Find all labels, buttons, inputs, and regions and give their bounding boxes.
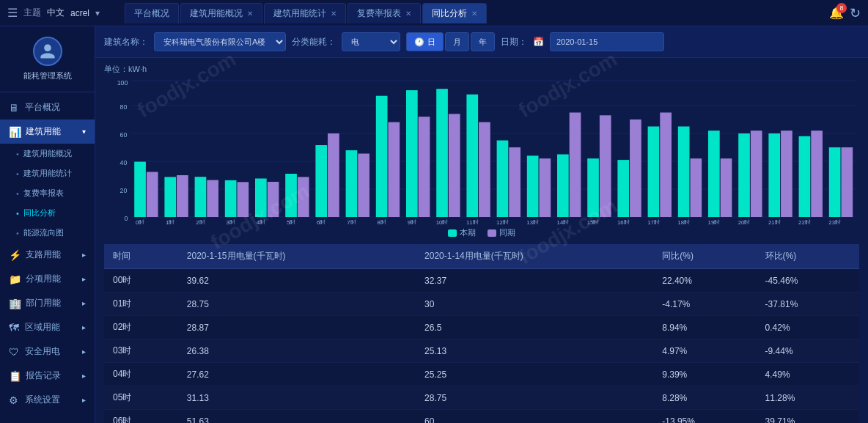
cell-prev-6: 60 — [416, 410, 653, 424]
cell-cur-4: 27.62 — [178, 363, 416, 386]
cell-prev-3: 25.13 — [416, 339, 653, 363]
sidebar-item-submeter[interactable]: 📁 分项用能 ▸ — [0, 267, 95, 291]
cell-yoy-3: 4.97% — [653, 339, 756, 363]
svg-rect-49 — [527, 155, 539, 217]
unit-label: 单位：kW·h — [104, 64, 859, 75]
cell-mom-2: 0.42% — [757, 316, 859, 339]
svg-rect-58 — [617, 160, 629, 217]
sidebar-item-dept[interactable]: 🏢 部门用能 ▸ — [0, 291, 95, 315]
svg-rect-62 — [660, 113, 672, 218]
toggle-year[interactable]: 年 — [471, 32, 495, 51]
svg-rect-61 — [648, 127, 660, 218]
arrow-dept: ▸ — [82, 299, 86, 307]
notification-badge: 8 — [836, 3, 847, 13]
tab-rate-report[interactable]: 复费率报表 ✕ — [347, 3, 421, 23]
tab-close-3[interactable]: ✕ — [405, 10, 411, 18]
arrow-support: ▸ — [82, 251, 86, 259]
svg-text:12时: 12时 — [496, 219, 509, 224]
svg-rect-77 — [811, 130, 823, 217]
submeter-icon: 📁 — [9, 273, 21, 285]
table-row: 04时27.6225.259.39%4.49% — [104, 363, 859, 386]
tab-compare[interactable]: 同比分析 ✕ — [422, 3, 487, 23]
content-area: 建筑名称： 安科瑞电气股份有限公司A楼 分类能耗： 电 🕐 日 月 年 — [95, 26, 868, 423]
table-row: 03时26.3825.134.97%-9.44% — [104, 339, 859, 363]
svg-rect-67 — [708, 130, 720, 217]
svg-rect-76 — [799, 136, 811, 217]
refresh-icon[interactable]: ↻ — [850, 5, 861, 21]
user-icon — [39, 43, 56, 60]
cell-cur-5: 31.13 — [178, 386, 416, 410]
arrow-building-energy: ▾ — [82, 128, 86, 136]
svg-rect-50 — [539, 158, 551, 217]
sub-item-rate[interactable]: 复费率报表 — [0, 183, 95, 203]
svg-text:7时: 7时 — [347, 219, 356, 224]
svg-rect-64 — [678, 127, 690, 218]
support-icon: ⚡ — [9, 249, 21, 261]
svg-text:60: 60 — [120, 131, 128, 139]
arrow-area: ▸ — [82, 323, 86, 331]
svg-rect-22 — [255, 179, 267, 218]
tab-close-1[interactable]: ✕ — [247, 10, 253, 18]
svg-rect-68 — [721, 158, 732, 217]
table-row: 01时28.7530-4.17%-37.81% — [104, 293, 859, 316]
building-select[interactable]: 安科瑞电气股份有限公司A楼 — [154, 32, 286, 51]
svg-rect-52 — [557, 155, 569, 218]
tab-overview[interactable]: 平台概况 — [125, 3, 179, 23]
safety-icon: 🛡 — [9, 346, 21, 358]
toggle-day[interactable]: 🕐 日 — [406, 32, 444, 51]
legend-current: 本期 — [448, 227, 476, 238]
report-icon: 📋 — [9, 370, 21, 382]
cell-cur-3: 26.38 — [178, 339, 416, 363]
tab-energy-overview[interactable]: 建筑用能概况 ✕ — [180, 3, 262, 23]
hamburger-icon[interactable]: ☰ — [7, 6, 18, 20]
table-section: 时间 2020-1-15用电量(千瓦时) 2020-1-14用电量(千瓦时) 同… — [95, 244, 868, 423]
system-title: 能耗管理系统 — [23, 70, 72, 81]
sidebar-item-building-energy[interactable]: 📊 建筑用能 ▾ — [0, 119, 95, 144]
sidebar-item-settings[interactable]: ⚙ 系统设置 ▸ — [0, 388, 95, 412]
table-row: 00时39.6232.3722.40%-45.46% — [104, 269, 859, 293]
sidebar-item-support[interactable]: ⚡ 支路用能 ▸ — [0, 243, 95, 267]
svg-rect-74 — [781, 130, 792, 217]
clock-icon: 🕐 — [414, 37, 424, 47]
svg-rect-53 — [570, 113, 581, 218]
top-nav: ☰ 主题 中文 acrel ▾ 平台概况 建筑用能概况 ✕ 建筑用能统计 ✕ 复… — [0, 0, 868, 26]
notification-icon[interactable]: 🔔 8 — [829, 6, 844, 20]
table-row: 05时31.1328.758.28%11.28% — [104, 386, 859, 410]
date-toggle-group: 🕐 日 月 年 — [406, 32, 495, 51]
arrow-report: ▸ — [82, 372, 86, 380]
date-input[interactable] — [550, 32, 664, 51]
svg-rect-35 — [388, 122, 400, 217]
sub-item-flow[interactable]: 能源流向图 — [0, 223, 95, 243]
tab-close-2[interactable]: ✕ — [331, 10, 336, 18]
cell-cur-1: 28.75 — [178, 293, 416, 316]
svg-text:8时: 8时 — [378, 219, 386, 224]
svg-rect-29 — [328, 133, 339, 217]
svg-rect-34 — [376, 96, 388, 217]
svg-rect-25 — [285, 174, 297, 217]
cell-mom-3: -9.44% — [757, 339, 859, 363]
sidebar-item-safety[interactable]: 🛡 安全用电 ▸ — [0, 339, 95, 364]
bar-cur-0 — [134, 162, 146, 217]
sidebar-menu: 🖥 平台概况 📊 建筑用能 ▾ 建筑用能概况 建筑用能统计 复费率报表 — [0, 92, 95, 423]
sidebar-item-platform[interactable]: 🖥 平台概况 — [0, 95, 95, 119]
tab-close-4[interactable]: ✕ — [471, 10, 477, 18]
sidebar-item-report[interactable]: 📋 报告记录 ▸ — [0, 364, 95, 388]
theme-label: 主题 — [23, 7, 41, 19]
sub-item-stats[interactable]: 建筑用能统计 — [0, 163, 95, 183]
tab-energy-stats[interactable]: 建筑用能统计 ✕ — [264, 3, 346, 23]
filter-bar: 建筑名称： 安科瑞电气股份有限公司A楼 分类能耗： 电 🕐 日 月 年 — [95, 26, 868, 58]
toggle-month[interactable]: 月 — [445, 32, 469, 51]
col-header-time: 时间 — [104, 244, 178, 269]
svg-text:17时: 17时 — [647, 219, 660, 224]
col-header-yoy: 同比(%) — [653, 244, 756, 269]
svg-rect-70 — [738, 133, 750, 217]
chart-svg: 0 20 40 60 80 100 — [104, 78, 859, 224]
table-body: 00时39.6232.3722.40%-45.46%01时28.7530-4.1… — [104, 269, 859, 424]
cell-mom-0: -45.46% — [757, 269, 859, 293]
cell-cur-6: 51.63 — [178, 410, 416, 424]
sidebar-item-area[interactable]: 🗺 区域用能 ▸ — [0, 315, 95, 339]
category-select[interactable]: 电 — [342, 32, 400, 51]
sub-item-overview[interactable]: 建筑用能概况 — [0, 144, 95, 163]
cell-time-5: 05时 — [104, 386, 178, 410]
sub-item-compare[interactable]: 同比分析 — [0, 203, 95, 223]
